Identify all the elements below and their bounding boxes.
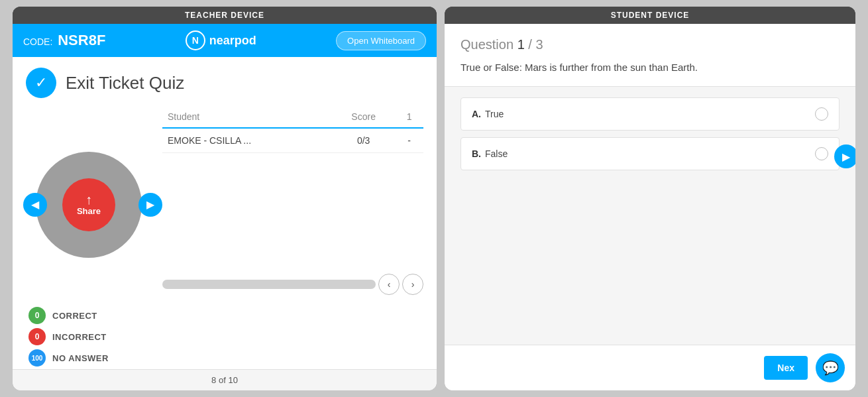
share-circle-outer: ↑ Share bbox=[36, 152, 142, 258]
teacher-main: ✓ Exit Ticket Quiz ◀ ↑ Share bbox=[13, 57, 437, 369]
answer-text-a: True bbox=[485, 109, 504, 119]
col-score-header: Score bbox=[332, 109, 395, 128]
nearpod-logo-icon: N bbox=[186, 30, 205, 50]
col-student-header: Student bbox=[162, 109, 332, 128]
student-arrow-right-icon: ▶ bbox=[842, 150, 850, 163]
chat-icon: 💬 bbox=[822, 360, 839, 376]
student-num-cell: - bbox=[395, 128, 423, 153]
code-label: CODE: bbox=[23, 36, 52, 47]
share-arrow-icon: ↑ bbox=[85, 193, 92, 206]
answer-letter-b: B. bbox=[472, 148, 481, 159]
left-panel: ◀ ↑ Share ▶ bbox=[26, 109, 152, 300]
share-button[interactable]: ↑ Share bbox=[62, 178, 115, 231]
question-num: 1 bbox=[517, 37, 525, 52]
no-answer-label: NO ANSWER bbox=[52, 353, 109, 363]
right-panel: Student Score 1 EMOKE - CSILLA ... 0/3 - bbox=[162, 109, 423, 300]
stat-row-incorrect: 0 INCORRECT bbox=[28, 328, 423, 345]
quiz-title: Exit Ticket Quiz bbox=[66, 73, 184, 93]
question-number: Question 1 / 3 bbox=[461, 37, 840, 52]
arrow-right-icon: ▶ bbox=[146, 198, 154, 211]
teacher-code: CODE: NSR8F bbox=[23, 32, 105, 49]
student-device-frame: STUDENT DEVICE Question 1 / 3 True or Fa… bbox=[445, 7, 855, 390]
bottom-stats: 0 CORRECT 0 INCORRECT 100 NO ANSWER bbox=[26, 300, 423, 369]
col-num-header: 1 bbox=[395, 109, 423, 128]
student-device-content: Question 1 / 3 True or False: Mars is fu… bbox=[445, 24, 855, 390]
answer-text-b: False bbox=[485, 148, 508, 159]
student-main-area: Question 1 / 3 True or False: Mars is fu… bbox=[445, 24, 855, 345]
student-footer: Nex 💬 bbox=[445, 345, 855, 390]
student-name-cell: EMOKE - CSILLA ... bbox=[162, 128, 332, 153]
score-table: Student Score 1 EMOKE - CSILLA ... 0/3 - bbox=[162, 109, 423, 153]
share-label: Share bbox=[77, 206, 101, 216]
answer-label-a: A.True bbox=[472, 109, 504, 119]
chat-button[interactable]: 💬 bbox=[816, 353, 845, 382]
no-answer-badge: 100 bbox=[28, 349, 46, 367]
arrow-left-icon: ◀ bbox=[31, 198, 39, 211]
code-value: NSR8F bbox=[58, 32, 105, 48]
question-text: True or False: Mars is further from the … bbox=[461, 60, 840, 76]
pagination-row: ‹ › bbox=[162, 268, 423, 300]
stat-row-correct: 0 CORRECT bbox=[28, 307, 423, 324]
teacher-footer: 8 of 10 bbox=[13, 369, 437, 390]
teacher-device-header: TEACHER DEVICE bbox=[13, 7, 437, 24]
answer-label-b: B.False bbox=[472, 148, 508, 159]
question-total: 3 bbox=[535, 37, 543, 52]
pagination-prev-button[interactable]: ‹ bbox=[378, 274, 400, 295]
nearpod-logo-text: nearpod bbox=[209, 34, 256, 48]
open-whiteboard-button[interactable]: Open Whiteboard bbox=[336, 31, 426, 50]
answer-option-b[interactable]: B.False bbox=[461, 137, 840, 170]
stat-row-no-answer: 100 NO ANSWER bbox=[28, 349, 423, 367]
student-question-header: Question 1 / 3 True or False: Mars is fu… bbox=[445, 24, 855, 87]
answer-radio-b[interactable] bbox=[815, 147, 828, 160]
teacher-topbar: CODE: NSR8F N nearpod Open Whiteboard bbox=[13, 24, 437, 57]
nearpod-logo: N nearpod bbox=[186, 30, 256, 50]
quiz-title-row: ✓ Exit Ticket Quiz bbox=[26, 68, 423, 98]
blue-check-circle: ✓ bbox=[26, 68, 56, 98]
student-nav-right-button[interactable]: ▶ bbox=[834, 144, 855, 168]
table-row: EMOKE - CSILLA ... 0/3 - bbox=[162, 128, 423, 153]
correct-label: CORRECT bbox=[52, 311, 97, 321]
checkmark-icon: ✓ bbox=[35, 74, 47, 91]
correct-badge: 0 bbox=[28, 307, 46, 324]
next-button[interactable]: Nex bbox=[764, 356, 808, 380]
question-separator: / bbox=[528, 37, 532, 52]
student-score-cell: 0/3 bbox=[332, 128, 395, 153]
student-answers: A.True B.False bbox=[445, 87, 855, 345]
chevron-left-icon: ‹ bbox=[388, 279, 391, 290]
teacher-device-content: CODE: NSR8F N nearpod Open Whiteboard ✓ … bbox=[13, 24, 437, 390]
answer-option-a[interactable]: A.True bbox=[461, 97, 840, 131]
question-label: Question bbox=[461, 37, 514, 52]
nav-arrow-right-button[interactable]: ▶ bbox=[138, 193, 162, 217]
devices-container: TEACHER DEVICE CODE: NSR8F N nearpod Ope… bbox=[0, 0, 868, 397]
answer-letter-a: A. bbox=[472, 109, 481, 119]
answer-radio-a[interactable] bbox=[815, 107, 828, 121]
incorrect-label: INCORRECT bbox=[52, 332, 107, 342]
student-device-header: STUDENT DEVICE bbox=[445, 7, 855, 24]
incorrect-badge: 0 bbox=[28, 328, 46, 345]
nav-arrow-left-button[interactable]: ◀ bbox=[23, 193, 47, 217]
pagination-next-button[interactable]: › bbox=[402, 274, 423, 295]
pagination-track bbox=[162, 280, 376, 289]
chevron-right-icon: › bbox=[411, 279, 415, 290]
teacher-content-area: ◀ ↑ Share ▶ bbox=[26, 109, 423, 300]
teacher-device-frame: TEACHER DEVICE CODE: NSR8F N nearpod Ope… bbox=[13, 7, 437, 390]
